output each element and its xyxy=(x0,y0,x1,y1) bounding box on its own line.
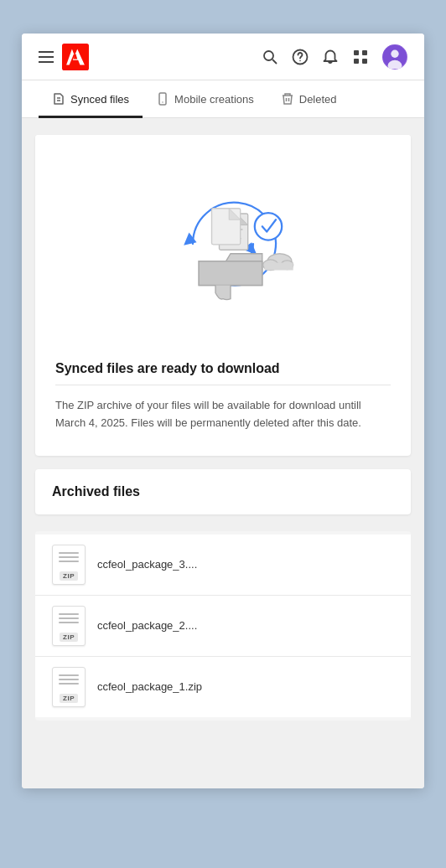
search-icon[interactable] xyxy=(262,49,278,65)
svg-rect-2 xyxy=(62,44,89,70)
header-left xyxy=(39,44,262,70)
tabs-bar: Synced files Mobile creations Deleted xyxy=(22,80,424,118)
tab-synced-files-label: Synced files xyxy=(70,93,129,106)
zip-file-icon-1: ZIP xyxy=(52,545,86,585)
files-list: ZIP ccfeol_package_3.... ZIP ccfeol_pack… xyxy=(35,531,411,721)
app-window: Synced files Mobile creations Deleted xyxy=(22,34,424,788)
file-item-2[interactable]: ZIP ccfeol_package_2.... xyxy=(35,595,411,656)
file-name-2: ccfeol_package_2.... xyxy=(97,619,197,632)
zip-file-icon-3: ZIP xyxy=(52,667,86,707)
header xyxy=(22,34,424,80)
zip-badge-2: ZIP xyxy=(60,633,78,642)
file-item-3[interactable]: ZIP ccfeol_package_1.zip xyxy=(35,656,411,717)
svg-rect-9 xyxy=(354,59,359,64)
file-name-3: ccfeol_package_1.zip xyxy=(97,680,202,693)
svg-point-3 xyxy=(264,51,273,60)
svg-rect-31 xyxy=(265,263,293,271)
archived-files-card: Archived files xyxy=(35,469,411,514)
tab-mobile-creations[interactable]: Mobile creations xyxy=(143,80,267,118)
zip-file-icon-2: ZIP xyxy=(52,606,86,646)
svg-point-6 xyxy=(299,59,301,61)
zip-badge-3: ZIP xyxy=(60,694,78,703)
file-name-1: ccfeol_package_3.... xyxy=(97,558,197,571)
hero-card: Synced files are ready to download The Z… xyxy=(35,135,411,456)
tab-deleted[interactable]: Deleted xyxy=(267,80,350,118)
svg-rect-16 xyxy=(159,93,166,105)
zip-badge-1: ZIP xyxy=(60,571,78,581)
adobe-logo xyxy=(62,44,89,70)
archived-files-title: Archived files xyxy=(52,484,394,499)
file-item-1[interactable]: ZIP ccfeol_package_3.... xyxy=(35,535,411,595)
tab-mobile-creations-label: Mobile creations xyxy=(174,93,254,106)
tab-deleted-label: Deleted xyxy=(299,93,337,106)
hero-card-title: Synced files are ready to download xyxy=(55,361,391,376)
header-icons xyxy=(262,44,407,70)
tab-synced-files[interactable]: Synced files xyxy=(39,80,143,118)
svg-point-27 xyxy=(255,213,282,240)
svg-line-4 xyxy=(272,59,277,64)
svg-rect-7 xyxy=(354,50,359,55)
svg-rect-26 xyxy=(212,209,241,245)
card-divider xyxy=(55,385,391,385)
svg-rect-8 xyxy=(362,50,367,55)
help-icon[interactable] xyxy=(292,49,309,65)
bell-icon[interactable] xyxy=(322,49,339,65)
hero-card-body: Synced files are ready to download The Z… xyxy=(35,344,411,456)
apps-icon[interactable] xyxy=(352,49,369,65)
hamburger-menu-icon[interactable] xyxy=(39,51,54,63)
svg-point-12 xyxy=(391,49,398,57)
hero-card-description: The ZIP archive of your files will be av… xyxy=(55,397,391,432)
hero-illustration xyxy=(35,135,411,344)
avatar[interactable] xyxy=(382,44,407,70)
svg-rect-10 xyxy=(362,59,367,64)
main-content: Synced files are ready to download The Z… xyxy=(22,118,424,788)
